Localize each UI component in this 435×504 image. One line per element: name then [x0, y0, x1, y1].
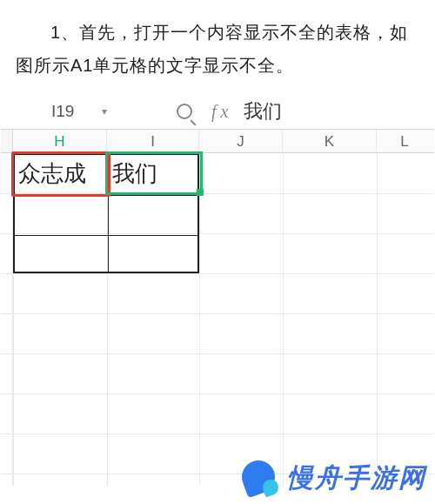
name-box[interactable]: I19 ▾ — [1, 102, 131, 121]
cell-I-content[interactable]: 我们 — [112, 153, 196, 193]
spreadsheet-grid[interactable]: H I J K L — [1, 129, 434, 486]
name-box-dropdown-icon[interactable]: ▾ — [102, 105, 107, 118]
column-header-K[interactable]: K — [283, 130, 377, 152]
formula-bar-value[interactable]: 我们 — [228, 98, 282, 124]
instruction-text: 1、首先，打开一个内容显示不全的表格，如图所示A1单元格的文字显示不全。 — [0, 0, 435, 94]
row-header[interactable] — [1, 313, 12, 353]
column-header-H[interactable]: H — [13, 130, 107, 152]
row-header[interactable] — [1, 273, 12, 313]
column-header-J[interactable]: J — [199, 130, 283, 152]
row-headers — [1, 153, 13, 486]
search-icon[interactable] — [177, 104, 192, 119]
row-header[interactable] — [1, 193, 12, 233]
watermark: 慢舟手游网 — [238, 457, 426, 499]
cells-area[interactable]: 众志成 我们 — [13, 153, 434, 486]
document-page: 1、首先，打开一个内容显示不全的表格，如图所示A1单元格的文字显示不全。 I19… — [0, 0, 435, 504]
column-headers: H I J K L — [1, 129, 434, 153]
row-header[interactable] — [1, 353, 12, 393]
column-header-L[interactable]: L — [377, 130, 432, 152]
spreadsheet-screenshot: I19 ▾ f x 我们 — [1, 94, 434, 486]
name-box-value: I19 — [51, 102, 74, 121]
formula-bar: I19 ▾ f x 我们 — [1, 94, 434, 129]
row-header[interactable] — [1, 433, 12, 474]
watermark-logo-icon — [238, 457, 280, 499]
corner-cell[interactable] — [1, 130, 13, 152]
fx-label[interactable]: f x — [211, 102, 228, 122]
row-header[interactable] — [1, 393, 12, 433]
row-header[interactable] — [1, 233, 12, 273]
cell-H-content[interactable]: 众志成 — [18, 153, 105, 193]
watermark-text: 慢舟手游网 — [287, 460, 426, 496]
row-header[interactable] — [1, 153, 12, 193]
formula-bar-controls: f x — [131, 102, 228, 122]
column-header-I[interactable]: I — [107, 130, 199, 152]
